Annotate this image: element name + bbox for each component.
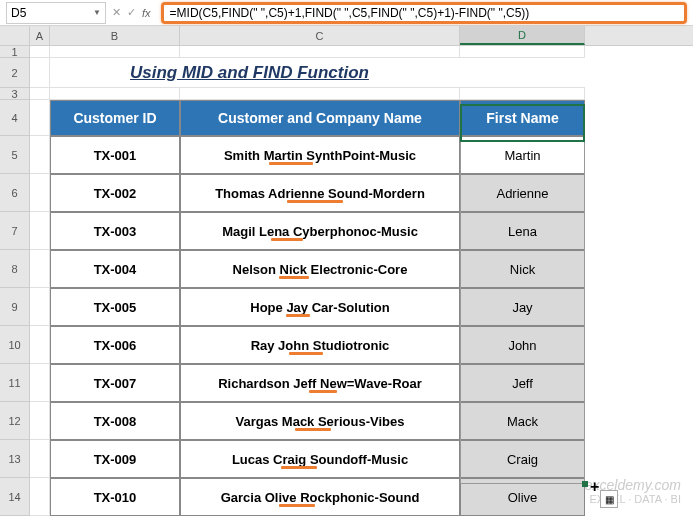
table-cell-name[interactable]: Vargas Mack Serious-Vibes (180, 402, 460, 440)
cancel-icon[interactable]: ✕ (112, 6, 121, 19)
cell[interactable] (50, 88, 180, 100)
formula-bar: ▼ ✕ ✓ fx =MID(C5,FIND(" ",C5)+1,FIND(" "… (0, 0, 693, 26)
table-cell-name[interactable]: Smith Martin SynthPoint-Music (180, 136, 460, 174)
cell[interactable] (50, 46, 180, 58)
row-header[interactable]: 5 (0, 136, 30, 174)
table-cell-first[interactable]: Lena (460, 212, 585, 250)
table-cell-name[interactable]: Ray John Studiotronic (180, 326, 460, 364)
table-cell-name[interactable]: Thomas Adrienne Sound-Mordern (180, 174, 460, 212)
row-header[interactable]: 12 (0, 402, 30, 440)
cell[interactable] (30, 440, 50, 478)
cell[interactable] (460, 88, 585, 100)
row-header[interactable]: 6 (0, 174, 30, 212)
cell[interactable] (30, 88, 50, 100)
formula-input[interactable]: =MID(C5,FIND(" ",C5)+1,FIND(" ",C5,FIND(… (161, 2, 687, 24)
table-cell-id[interactable]: TX-006 (50, 326, 180, 364)
name-box-dropdown-icon[interactable]: ▼ (93, 8, 101, 17)
confirm-icon[interactable]: ✓ (127, 6, 136, 19)
table-cell-id[interactable]: TX-001 (50, 136, 180, 174)
table-cell-name[interactable]: Hope Jay Car-Solution (180, 288, 460, 326)
cell[interactable] (30, 402, 50, 440)
table-cell-first[interactable]: Adrienne (460, 174, 585, 212)
header-first[interactable]: First Name (460, 100, 585, 136)
table-cell-id[interactable]: TX-009 (50, 440, 180, 478)
cell[interactable] (180, 46, 460, 58)
table-cell-name[interactable]: Lucas Craig Soundoff-Music (180, 440, 460, 478)
table-cell-name[interactable]: Magil Lena Cyberphonoc-Music (180, 212, 460, 250)
table-cell-id[interactable]: TX-005 (50, 288, 180, 326)
table-cell-first[interactable]: Craig (460, 440, 585, 478)
table-cell-first[interactable]: John (460, 326, 585, 364)
row-header[interactable]: 2 (0, 58, 30, 88)
name-box[interactable]: ▼ (6, 2, 106, 24)
formula-text: =MID(C5,FIND(" ",C5)+1,FIND(" ",C5,FIND(… (170, 6, 530, 20)
row-header[interactable]: 3 (0, 88, 30, 100)
autofill-options-button[interactable]: ▦ (600, 490, 618, 508)
table-cell-first[interactable]: Mack (460, 402, 585, 440)
col-header-b[interactable]: B (50, 26, 180, 45)
table-cell-id[interactable]: TX-010 (50, 478, 180, 516)
table-cell-name[interactable]: Garcia Olive Rockphonic-Sound (180, 478, 460, 516)
table-cell-id[interactable]: TX-008 (50, 402, 180, 440)
cell[interactable] (30, 326, 50, 364)
cell[interactable] (30, 250, 50, 288)
table-cell-id[interactable]: TX-003 (50, 212, 180, 250)
cell[interactable] (30, 212, 50, 250)
table-cell-first[interactable]: Jay (460, 288, 585, 326)
col-header-c[interactable]: C (180, 26, 460, 45)
formula-controls: ✕ ✓ fx (106, 6, 157, 19)
row-header[interactable]: 11 (0, 364, 30, 402)
row-header[interactable]: 8 (0, 250, 30, 288)
row-header[interactable]: 9 (0, 288, 30, 326)
column-headers: A B C D (0, 26, 693, 46)
table-cell-first[interactable]: Jeff (460, 364, 585, 402)
table-cell-first[interactable]: Martin (460, 136, 585, 174)
row-header[interactable]: 4 (0, 100, 30, 136)
table-cell-id[interactable]: TX-004 (50, 250, 180, 288)
col-header-d[interactable]: D (460, 26, 585, 45)
title-cell[interactable]: Using MID and FIND Function (50, 58, 585, 88)
table-cell-name[interactable]: Richardson Jeff New=Wave-Roar (180, 364, 460, 402)
row-header[interactable]: 10 (0, 326, 30, 364)
header-name[interactable]: Customer and Company Name (180, 100, 460, 136)
grid: 12Using MID and FIND Function34Customer … (0, 46, 693, 516)
table-cell-name[interactable]: Nelson Nick Electronic-Core (180, 250, 460, 288)
row-header[interactable]: 1 (0, 46, 30, 58)
row-header[interactable]: 13 (0, 440, 30, 478)
cell[interactable] (30, 478, 50, 516)
fx-icon[interactable]: fx (142, 7, 151, 19)
table-cell-first[interactable]: Olive (460, 478, 585, 516)
cell[interactable] (30, 288, 50, 326)
cell[interactable] (30, 58, 50, 88)
table-cell-id[interactable]: TX-002 (50, 174, 180, 212)
cell[interactable] (30, 100, 50, 136)
cell[interactable] (460, 46, 585, 58)
name-box-input[interactable] (11, 6, 71, 20)
table-cell-id[interactable]: TX-007 (50, 364, 180, 402)
row-header[interactable]: 14 (0, 478, 30, 516)
table-cell-first[interactable]: Nick (460, 250, 585, 288)
header-id[interactable]: Customer ID (50, 100, 180, 136)
cell[interactable] (180, 88, 460, 100)
row-header[interactable]: 7 (0, 212, 30, 250)
cell[interactable] (30, 46, 50, 58)
col-header-a[interactable]: A (30, 26, 50, 45)
cell[interactable] (30, 174, 50, 212)
cell[interactable] (30, 364, 50, 402)
cell[interactable] (30, 136, 50, 174)
select-all-corner[interactable] (0, 26, 30, 45)
fill-handle[interactable] (582, 481, 588, 487)
